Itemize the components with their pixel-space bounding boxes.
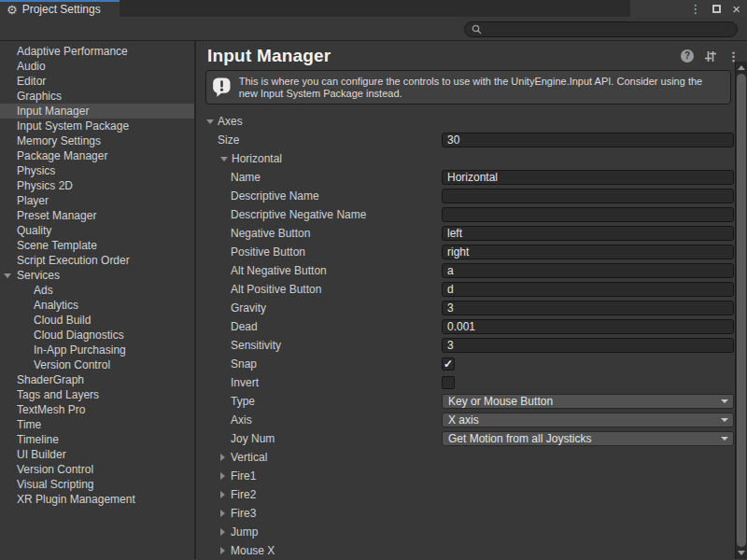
- sidebar-item-timeline[interactable]: Timeline: [0, 432, 194, 447]
- kebab-menu-icon[interactable]: ⋮: [727, 50, 740, 63]
- sidebar-item-label: ShaderGraph: [17, 373, 84, 386]
- scroll-up-icon[interactable]: [738, 65, 745, 70]
- property-row: Positive Button: [196, 243, 747, 261]
- property-label[interactable]: Horizontal: [232, 152, 282, 165]
- sidebar-item-visual-scripting[interactable]: Visual Scripting: [0, 477, 194, 492]
- foldout-closed-icon[interactable]: [220, 454, 225, 461]
- sidebar-item-preset-manager[interactable]: Preset Manager: [0, 208, 194, 223]
- sidebar-item-physics-2d[interactable]: Physics 2D: [0, 178, 194, 193]
- property-row: Descriptive Name: [196, 187, 747, 205]
- foldout-closed-icon[interactable]: [220, 472, 225, 480]
- scroll-down-icon[interactable]: [738, 551, 745, 555]
- dropdown[interactable]: Key or Mouse Button: [442, 394, 734, 409]
- sidebar-item-version-control[interactable]: Version Control: [0, 462, 194, 477]
- sidebar-item-label: Ads: [34, 284, 53, 297]
- property-field: X axis: [442, 413, 734, 427]
- dropdown[interactable]: Get Motion from all Joysticks: [442, 431, 734, 446]
- sidebar-item-package-manager[interactable]: Package Manager: [0, 148, 194, 163]
- sidebar-item-script-execution-order[interactable]: Script Execution Order: [0, 253, 194, 268]
- sidebar-item-player[interactable]: Player: [0, 193, 194, 208]
- property-input[interactable]: [442, 301, 734, 315]
- property-label[interactable]: Fire3: [231, 507, 256, 520]
- kebab-menu-icon[interactable]: ⋮: [689, 3, 701, 15]
- sidebar-item-label: Script Execution Order: [17, 254, 130, 267]
- search-input[interactable]: [486, 23, 737, 35]
- property-input[interactable]: [442, 207, 734, 222]
- sidebar-item-label: Scene Template: [17, 239, 97, 252]
- sidebar-item-adaptive-performance[interactable]: Adaptive Performance: [0, 44, 194, 59]
- sidebar-item-input-system-package[interactable]: Input System Package: [0, 119, 194, 133]
- sidebar-item-time[interactable]: Time: [0, 417, 194, 432]
- property-input[interactable]: [442, 319, 734, 334]
- foldout-closed-icon[interactable]: [220, 547, 225, 554]
- sidebar-item-audio[interactable]: Audio: [0, 59, 194, 74]
- property-input[interactable]: [442, 189, 734, 203]
- sidebar-item-physics[interactable]: Physics: [0, 163, 194, 178]
- foldout-open-icon[interactable]: [4, 273, 11, 278]
- property-field: [442, 245, 734, 259]
- dropdown-value: Get Motion from all Joysticks: [448, 432, 591, 445]
- property-label[interactable]: Axes: [218, 115, 243, 128]
- sidebar-item-input-manager[interactable]: Input Manager: [0, 104, 194, 119]
- foldout-open-icon[interactable]: [206, 119, 214, 124]
- property-label[interactable]: Vertical: [231, 451, 267, 464]
- property-row: Negative Button: [196, 224, 747, 243]
- sidebar-item-services[interactable]: Services: [0, 268, 194, 283]
- property-field: [442, 170, 734, 185]
- property-input[interactable]: [442, 282, 734, 297]
- foldout-closed-icon[interactable]: [220, 510, 225, 517]
- close-icon[interactable]: ×: [732, 3, 740, 15]
- toolbar: [0, 17, 747, 41]
- tab-project-settings[interactable]: ⚙ Project Settings: [0, 0, 120, 17]
- sidebar-item-editor[interactable]: Editor: [0, 74, 194, 89]
- property-label[interactable]: Fire1: [231, 469, 256, 483]
- property-input[interactable]: [442, 170, 734, 185]
- sidebar-item-cloud-diagnostics[interactable]: Cloud Diagnostics: [0, 328, 194, 343]
- sidebar-item-label: Version Control: [17, 463, 93, 476]
- property-input[interactable]: [442, 245, 734, 259]
- property-row: Dead: [196, 317, 747, 336]
- property-row: Sensitivity: [196, 336, 747, 355]
- sidebar-item-scene-template[interactable]: Scene Template: [0, 238, 194, 253]
- property-label: Sensitivity: [231, 339, 281, 352]
- presets-icon[interactable]: [704, 50, 717, 63]
- header-icons: ? ⋮: [681, 49, 740, 63]
- dropdown[interactable]: X axis: [442, 413, 734, 427]
- sidebar-item-label: Physics 2D: [17, 179, 73, 192]
- sidebar-item-graphics[interactable]: Graphics: [0, 89, 194, 104]
- property-row: Fire3: [196, 504, 747, 523]
- property-label[interactable]: Fire2: [231, 488, 256, 501]
- sidebar-item-version-control[interactable]: Version Control: [0, 357, 194, 372]
- checkbox-unchecked[interactable]: [442, 376, 455, 389]
- property-field: [442, 357, 734, 371]
- sidebar-item-shadergraph[interactable]: ShaderGraph: [0, 372, 194, 387]
- property-input[interactable]: [442, 226, 734, 241]
- property-label[interactable]: Jump: [231, 525, 258, 539]
- sidebar-item-ads[interactable]: Ads: [0, 283, 194, 298]
- property-row: Alt Positive Button: [196, 280, 747, 299]
- foldout-open-icon[interactable]: [220, 157, 228, 161]
- property-input[interactable]: [442, 133, 734, 147]
- property-input[interactable]: [442, 338, 734, 353]
- help-icon[interactable]: ?: [681, 49, 694, 63]
- checkbox-checked[interactable]: [442, 357, 455, 371]
- property-label[interactable]: Mouse X: [231, 544, 275, 557]
- sidebar-item-ui-builder[interactable]: UI Builder: [0, 447, 194, 462]
- sidebar-item-quality[interactable]: Quality: [0, 223, 194, 238]
- scrollbar-thumb[interactable]: [737, 74, 746, 547]
- property-input[interactable]: [442, 263, 734, 278]
- sidebar-item-memory-settings[interactable]: Memory Settings: [0, 133, 194, 148]
- content-header: Input Manager ? ⋮: [196, 41, 747, 66]
- sidebar-item-cloud-build[interactable]: Cloud Build: [0, 313, 194, 328]
- sidebar-item-label: Timeline: [17, 433, 59, 446]
- sidebar-item-tags-and-layers[interactable]: Tags and Layers: [0, 387, 194, 402]
- foldout-closed-icon[interactable]: [220, 491, 225, 498]
- vertical-scrollbar[interactable]: [735, 62, 747, 559]
- sidebar-item-analytics[interactable]: Analytics: [0, 298, 194, 313]
- sidebar-item-in-app-purchasing[interactable]: In-App Purchasing: [0, 343, 194, 357]
- maximize-icon[interactable]: [712, 5, 721, 13]
- search-box[interactable]: [464, 21, 738, 37]
- sidebar-item-textmesh-pro[interactable]: TextMesh Pro: [0, 402, 194, 417]
- foldout-closed-icon[interactable]: [220, 528, 225, 536]
- sidebar-item-xr-plugin-management[interactable]: XR Plugin Management: [0, 492, 194, 507]
